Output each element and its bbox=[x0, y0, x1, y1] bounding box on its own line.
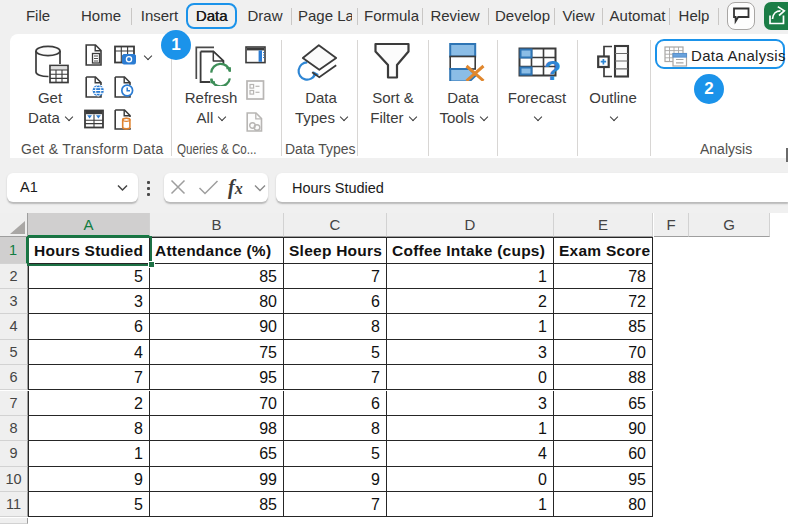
svg-text:?: ? bbox=[544, 55, 560, 80]
